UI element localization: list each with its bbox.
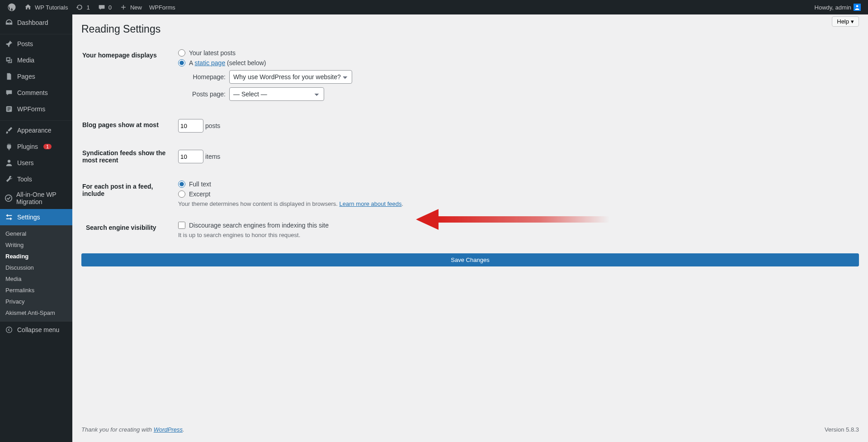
blog-pages-input[interactable]	[178, 119, 203, 133]
wp-logo-menu[interactable]	[4, 0, 20, 14]
label-syndication: Syndication feeds show the most recent	[82, 140, 173, 173]
save-changes-button[interactable]: Save Changes	[81, 253, 859, 266]
page-icon	[5, 72, 14, 81]
row-homepage-displays: Your homepage displays Your latest posts…	[82, 43, 858, 111]
radio-latest-label: Your latest posts	[189, 49, 236, 57]
collapse-menu[interactable]: Collapse menu	[0, 321, 72, 338]
menu-label: Appearance	[17, 127, 52, 134]
toolbar-left: WP Tutorials 1 0 New WPForms	[4, 0, 179, 14]
feed-description: Your theme determines how content is dis…	[178, 200, 854, 207]
menu-settings[interactable]: Settings	[0, 209, 72, 225]
radio-excerpt-row: Excerpt	[178, 190, 854, 198]
menu-posts[interactable]: Posts	[0, 36, 72, 52]
menu-comments[interactable]: Comments	[0, 85, 72, 101]
radio-static-page-row: A static page (select below)	[178, 59, 854, 67]
avatar-icon	[854, 4, 861, 11]
pin-icon	[5, 39, 14, 48]
discourage-checkbox[interactable]	[178, 222, 185, 229]
svg-rect-3	[7, 109, 10, 109]
menu-label: Tools	[17, 176, 32, 183]
radio-latest-posts[interactable]	[178, 49, 185, 57]
settings-form: Your homepage displays Your latest posts…	[81, 42, 859, 246]
submenu-general[interactable]: General	[0, 228, 72, 239]
submenu-media[interactable]: Media	[0, 273, 72, 285]
form-icon	[5, 105, 14, 114]
svg-point-5	[8, 160, 10, 162]
menu-appearance[interactable]: Appearance	[0, 122, 72, 138]
plug-icon	[5, 142, 14, 151]
dashboard-icon	[5, 18, 14, 27]
radio-excerpt-label: Excerpt	[189, 190, 210, 198]
menu-tools[interactable]: Tools	[0, 171, 72, 187]
menu-separator	[0, 119, 72, 121]
submenu-privacy[interactable]: Privacy	[0, 296, 72, 307]
new-content-menu[interactable]: New	[115, 0, 146, 14]
migration-icon	[5, 194, 13, 203]
posts-page-select[interactable]: — Select —	[229, 87, 324, 101]
feed-desc-prefix: Your theme determines how content is dis…	[178, 200, 339, 207]
homepage-select-label: Homepage:	[187, 73, 226, 81]
homepage-select[interactable]: Why use WordPress for your website?	[229, 70, 352, 84]
menu-pages[interactable]: Pages	[0, 68, 72, 85]
row-search-visibility: Search engine visibility Discourage sear…	[82, 215, 858, 245]
plus-icon	[119, 3, 128, 12]
menu-aio-migration[interactable]: All-in-One WP Migration	[0, 187, 72, 209]
radio-full-label: Full text	[189, 181, 211, 188]
blog-pages-unit: posts	[205, 122, 220, 129]
menu-label: Users	[17, 159, 34, 166]
svg-rect-2	[7, 107, 10, 108]
submenu-permalinks[interactable]: Permalinks	[0, 285, 72, 296]
page-title: Reading Settings	[81, 19, 859, 39]
search-checkbox-row: Discourage search engines from indexing …	[178, 222, 854, 229]
home-icon	[24, 3, 33, 12]
toolbar-right: Howdy, admin	[811, 0, 864, 14]
menu-media[interactable]: Media	[0, 52, 72, 68]
static-page-link[interactable]: static page	[194, 59, 225, 67]
label-feed-include: For each post in a feed, include	[82, 174, 173, 214]
comments-menu[interactable]: 0	[94, 0, 115, 14]
new-label: New	[130, 4, 142, 11]
menu-label: Pages	[17, 73, 35, 80]
row-blog-pages: Blog pages show at most posts	[82, 112, 858, 139]
admin-sidebar: Dashboard Posts Media Pages Comments WPF…	[0, 14, 72, 442]
svg-point-0	[856, 5, 859, 7]
dropdown-icon: ▾	[851, 18, 854, 25]
wrench-icon	[5, 175, 14, 184]
howdy-text: Howdy, admin	[815, 4, 851, 11]
svg-point-7	[6, 327, 12, 333]
menu-dashboard[interactable]: Dashboard	[0, 14, 72, 31]
help-tab[interactable]: Help ▾	[832, 16, 859, 27]
menu-users[interactable]: Users	[0, 155, 72, 171]
menu-label: Media	[17, 57, 34, 64]
homepage-select-row: Homepage: Why use WordPress for your web…	[187, 70, 854, 84]
my-account-menu[interactable]: Howdy, admin	[811, 0, 864, 14]
admin-footer: Thank you for creating with WordPress. V…	[81, 419, 859, 442]
menu-label: WPForms	[17, 105, 45, 113]
submenu-discussion[interactable]: Discussion	[0, 262, 72, 273]
radio-static-page[interactable]	[178, 59, 185, 67]
radio-latest-posts-row: Your latest posts	[178, 49, 854, 57]
updates-menu[interactable]: 1	[71, 0, 93, 14]
learn-feeds-link[interactable]: Learn more about feeds	[339, 200, 401, 207]
submenu-akismet[interactable]: Akismet Anti-Spam	[0, 307, 72, 318]
user-icon	[5, 158, 14, 167]
menu-plugins[interactable]: Plugins 1	[0, 138, 72, 155]
radio-full-text[interactable]	[178, 181, 185, 188]
radio-excerpt[interactable]	[178, 190, 185, 198]
menu-label: Plugins	[17, 143, 38, 150]
site-name-menu[interactable]: WP Tutorials	[20, 0, 71, 14]
wordpress-link[interactable]: WordPress	[154, 426, 183, 433]
menu-label: Comments	[17, 89, 48, 96]
syndication-input[interactable]	[178, 150, 203, 163]
updates-count: 1	[86, 4, 90, 11]
menu-label: Dashboard	[17, 19, 48, 26]
thanks-suffix: .	[183, 426, 184, 433]
posts-page-select-label: Posts page:	[187, 90, 226, 98]
radio-full-text-row: Full text	[178, 181, 854, 188]
menu-label: Settings	[17, 214, 40, 221]
submenu-writing[interactable]: Writing	[0, 239, 72, 251]
wpforms-menu[interactable]: WPForms	[146, 0, 179, 14]
menu-wpforms[interactable]: WPForms	[0, 101, 72, 117]
update-icon	[75, 3, 84, 12]
submenu-reading[interactable]: Reading	[0, 251, 72, 262]
